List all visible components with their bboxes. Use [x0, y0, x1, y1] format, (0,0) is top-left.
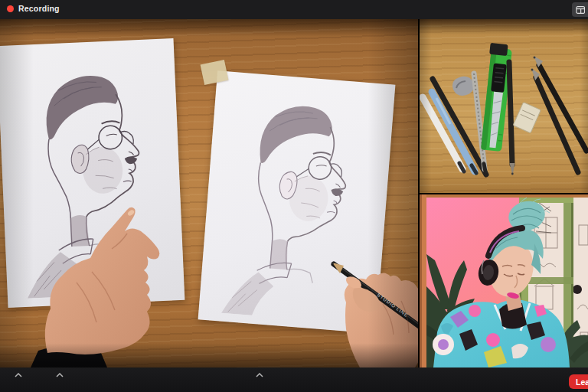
drawing-tools-still-life: [420, 19, 588, 193]
recording-label: Recording: [18, 4, 60, 13]
black-pencil-vertical: [509, 62, 515, 175]
view-button[interactable]: View: [572, 2, 588, 17]
gallery-view-icon: [576, 5, 585, 15]
artist-hands-overlay: STUDIO LINE: [0, 19, 418, 368]
kneaded-eraser: [452, 77, 474, 96]
start-video-options-caret[interactable]: [56, 373, 64, 377]
leave-button[interactable]: Leave: [569, 374, 588, 389]
meeting-toolbar: [0, 368, 588, 392]
main-video-tile[interactable]: STUDIO LINE: [0, 19, 418, 368]
right-drawing-hand: STUDIO LINE: [332, 262, 418, 368]
participants-options-caret[interactable]: [256, 373, 263, 377]
unmute-options-caret[interactable]: [15, 373, 22, 377]
eraser: [513, 103, 541, 133]
tools-video-tile[interactable]: [420, 19, 588, 193]
recording-indicator: Recording: [7, 4, 60, 13]
recording-dot-icon: [7, 5, 14, 12]
leave-label: Leave: [576, 377, 588, 387]
left-pointing-hand: [31, 207, 159, 368]
instructor-video-tile[interactable]: [420, 194, 588, 368]
meeting-top-bar: Recording View: [0, 0, 588, 19]
instructor-webcam-scene: [420, 194, 588, 368]
zoom-meeting-window: Recording View: [0, 0, 588, 392]
